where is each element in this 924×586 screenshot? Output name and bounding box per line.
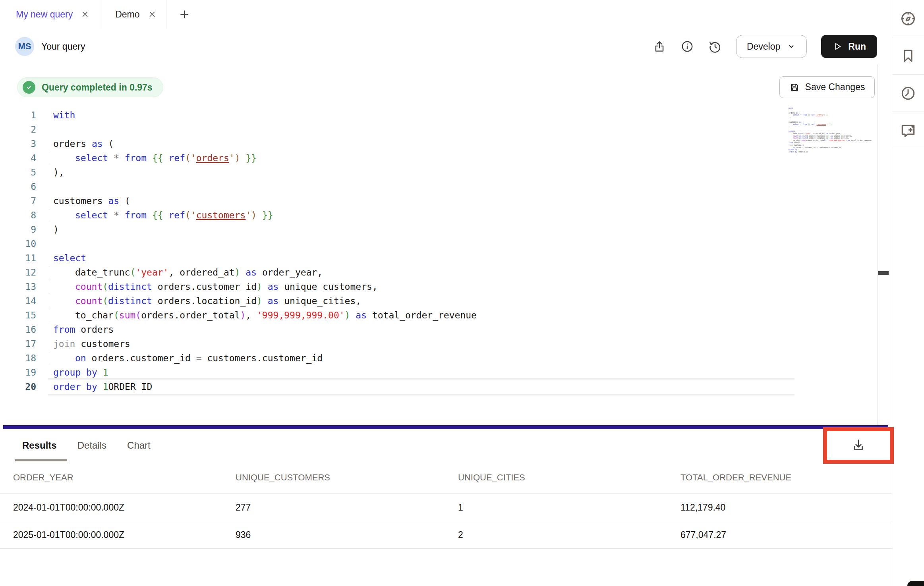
download-button[interactable] — [851, 438, 866, 453]
line-number: 3 — [0, 137, 36, 151]
code-line-20[interactable]: 20order by 1ORDER_ID — [0, 380, 477, 394]
code-line-18[interactable]: 18on orders.customer_id = customers.cust… — [0, 351, 477, 365]
column-header: ORDER_YEAR — [0, 472, 222, 483]
code-line-11[interactable]: 11select — [0, 251, 477, 265]
table-row[interactable]: 2024-01-01T00:00:00.000Z2771112,179.40 — [0, 494, 892, 521]
code-text: join customers — [53, 337, 130, 351]
editor-minimap[interactable]: with orders as ( select * from {{ ref('o… — [789, 107, 851, 153]
code-text: to_char(sum(orders.order_total), '999,99… — [53, 308, 477, 322]
line-number: 19 — [0, 365, 36, 380]
code-line-12[interactable]: 12date_trunc('year', ordered_at) as orde… — [0, 265, 477, 280]
code-text: date_trunc('year', ordered_at) as order_… — [53, 265, 323, 280]
new-tab-button[interactable] — [166, 0, 202, 29]
code-line-2[interactable]: 2 — [0, 122, 477, 137]
code-area[interactable]: 1with23orders as (4select * from {{ ref(… — [0, 108, 477, 394]
tab-chart[interactable]: Chart — [127, 440, 151, 451]
editor-scrollbar-track — [877, 64, 878, 426]
info-icon[interactable] — [680, 40, 694, 53]
screen-corner-overlay — [907, 581, 924, 586]
tab-label: Demo — [115, 9, 139, 20]
sidebar-item-bookmarks[interactable] — [892, 37, 924, 75]
code-text: select — [53, 251, 86, 265]
close-icon[interactable] — [81, 10, 89, 19]
code-line-15[interactable]: 15to_char(sum(orders.order_total), '999,… — [0, 308, 477, 322]
code-line-6[interactable]: 6 — [0, 179, 477, 194]
code-line-7[interactable]: 7customers as ( — [0, 194, 477, 208]
header-actions: Develop Run — [653, 35, 877, 58]
code-line-14[interactable]: 14count(distinct orders.location_id) as … — [0, 294, 477, 308]
code-text: order by 1ORDER_ID — [53, 380, 152, 394]
table-cell: 677,047.27 — [667, 530, 892, 540]
tab-my-new-query[interactable]: My new query — [0, 0, 99, 29]
line-number: 5 — [0, 165, 36, 179]
line-number: 9 — [0, 222, 36, 237]
tab-results[interactable]: Results — [22, 440, 57, 451]
save-icon — [789, 82, 800, 93]
annotation-highlight-box — [823, 427, 894, 464]
code-line-8[interactable]: 8select * from {{ ref('customers') }} — [0, 208, 477, 222]
line-number: 1 — [0, 108, 36, 122]
code-text: customers as ( — [53, 194, 130, 208]
table-cell: 2025-01-01T00:00:00.000Z — [0, 530, 222, 540]
play-icon — [832, 41, 843, 52]
code-line-9[interactable]: 9) — [0, 222, 477, 237]
table-cell: 936 — [222, 530, 445, 540]
line-number: 4 — [0, 151, 36, 165]
code-text: select * from {{ ref('orders') }} — [53, 151, 257, 165]
save-changes-button[interactable]: Save Changes — [779, 76, 875, 98]
compass-icon — [899, 10, 917, 27]
code-text: ) — [53, 222, 59, 237]
code-line-16[interactable]: 16from orders — [0, 322, 477, 337]
code-line-19[interactable]: 19group by 1 — [0, 365, 477, 380]
sql-editor: Query completed in 0.97s Save Changes 1w… — [0, 64, 892, 426]
avatar[interactable]: MS — [15, 37, 34, 56]
table-cell: 2 — [445, 530, 667, 540]
line-number: 2 — [0, 122, 36, 137]
line-number: 6 — [0, 179, 36, 194]
tab-demo[interactable]: Demo — [99, 0, 166, 29]
query-status-badge: Query completed in 0.97s — [17, 77, 163, 97]
table-cell: 277 — [222, 502, 445, 513]
chevron-down-icon — [787, 42, 796, 51]
sidebar-item-explore[interactable] — [892, 0, 924, 37]
results-table-body: 2024-01-01T00:00:00.000Z2771112,179.4020… — [0, 494, 892, 549]
code-line-5[interactable]: 5), — [0, 165, 477, 179]
tab-details[interactable]: Details — [77, 440, 106, 451]
tab-label: My new query — [16, 9, 73, 20]
editor-scrollbar-handle[interactable] — [878, 271, 889, 275]
line-number: 15 — [0, 308, 36, 322]
code-text: group by 1 — [53, 365, 108, 380]
history-icon[interactable] — [708, 40, 722, 53]
bookmark-icon — [900, 48, 916, 64]
plus-icon — [178, 8, 190, 20]
line-number: 20 — [0, 380, 36, 394]
chat-sparkles-icon — [899, 122, 917, 139]
results-table-header: ORDER_YEARUNIQUE_CUSTOMERSUNIQUE_CITIEST… — [0, 461, 892, 494]
query-header: MS Your query Develop Run — [0, 29, 892, 65]
sidebar-item-history[interactable] — [892, 75, 924, 112]
share-icon[interactable] — [653, 40, 666, 53]
results-panel: Results Details Chart ORDER_YEARUNIQUE_C… — [0, 429, 892, 586]
sidebar-item-ai-chat[interactable] — [892, 112, 924, 149]
code-text: on orders.customer_id = customers.custom… — [53, 351, 323, 365]
code-text: count(distinct orders.location_id) as un… — [53, 294, 361, 308]
results-tab-bar: Results Details Chart — [0, 429, 892, 461]
line-number: 10 — [0, 237, 36, 251]
app-window: My new query Demo MS Your query — [0, 0, 924, 586]
code-line-4[interactable]: 4select * from {{ ref('orders') }} — [0, 151, 477, 165]
code-line-17[interactable]: 17join customers — [0, 337, 477, 351]
develop-button[interactable]: Develop — [736, 35, 807, 58]
code-line-1[interactable]: 1with — [0, 108, 477, 122]
line-number: 11 — [0, 251, 36, 265]
line-number: 18 — [0, 351, 36, 365]
run-button[interactable]: Run — [821, 35, 877, 58]
column-header: TOTAL_ORDER_REVENUE — [667, 472, 892, 483]
table-row[interactable]: 2025-01-01T00:00:00.000Z9362677,047.27 — [0, 521, 892, 549]
code-line-3[interactable]: 3orders as ( — [0, 137, 477, 151]
panel-resize-divider[interactable] — [3, 425, 888, 429]
code-line-13[interactable]: 13count(distinct orders.customer_id) as … — [0, 280, 477, 294]
code-text: from orders — [53, 322, 114, 337]
code-line-10[interactable]: 10 — [0, 237, 477, 251]
close-icon[interactable] — [148, 10, 157, 19]
query-tab-bar: My new query Demo — [0, 0, 892, 29]
